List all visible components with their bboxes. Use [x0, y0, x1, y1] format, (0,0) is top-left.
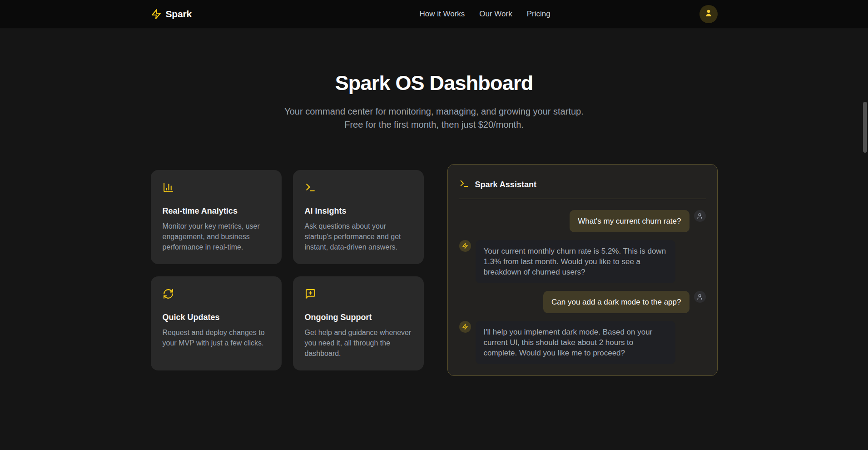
page-scrollbar[interactable]: [862, 0, 868, 450]
spark-assistant-panel: Spark Assistant What's my current churn …: [447, 164, 718, 376]
user-avatar: [694, 210, 706, 222]
feature-card-quick-updates: Quick Updates Request and deploy changes…: [151, 276, 282, 370]
assistant-message-bubble: I'll help you implement dark mode. Based…: [476, 321, 675, 364]
page-title: Spark OS Dashboard: [0, 71, 868, 95]
message-square-plus-icon: [305, 293, 316, 301]
user-avatar-button[interactable]: [699, 5, 718, 23]
page-subtitle: Your command center for monitoring, mana…: [275, 105, 593, 131]
terminal-icon: [305, 187, 316, 195]
feature-title: Real-time Analytics: [163, 206, 270, 216]
scrollbar-thumb[interactable]: [863, 102, 867, 153]
main-content: Real-time Analytics Monitor your key met…: [151, 164, 718, 376]
user-message-bubble: What's my current churn rate?: [570, 210, 689, 232]
brand-logo[interactable]: Spark: [151, 9, 192, 20]
assistant-message-bubble: Your current monthly churn rate is 5.2%.…: [476, 240, 675, 283]
user-message-bubble: Can you add a dark mode to the app?: [543, 291, 689, 313]
feature-title: Quick Updates: [163, 313, 270, 322]
feature-card-realtime-analytics: Real-time Analytics Monitor your key met…: [151, 170, 282, 264]
nav-link-pricing[interactable]: Pricing: [527, 10, 551, 19]
chat-title: Spark Assistant: [475, 180, 536, 190]
chat-message-assistant: Your current monthly churn rate is 5.2%.…: [459, 240, 706, 283]
chat-header: Spark Assistant: [459, 176, 706, 191]
feature-description: Monitor your key metrics, user engagemen…: [163, 221, 270, 252]
chat-header-divider: [459, 199, 706, 199]
refresh-icon: [163, 293, 174, 301]
landing-page: Spark How it Works Our Work Pricing Spar…: [0, 0, 868, 450]
chat-message-user: What's my current churn rate?: [459, 210, 706, 232]
zap-icon: [459, 240, 471, 252]
feature-title: Ongoing Support: [305, 313, 412, 322]
user-avatar: [694, 291, 706, 303]
chat-messages: What's my current churn rate? Your curre…: [459, 210, 706, 364]
brand-name: Spark: [166, 9, 192, 20]
nav-links: How it Works Our Work Pricing: [420, 10, 551, 19]
nav-link-how-it-works[interactable]: How it Works: [420, 10, 465, 19]
nav-container: Spark How it Works Our Work Pricing: [151, 0, 718, 28]
hero-section: Spark OS Dashboard Your command center f…: [0, 71, 868, 131]
nav-link-our-work[interactable]: Our Work: [479, 10, 512, 19]
chat-message-assistant: I'll help you implement dark mode. Based…: [459, 321, 706, 364]
feature-description: Request and deploy changes to your MVP w…: [163, 327, 270, 348]
feature-description: Get help and guidance whenever you need …: [305, 327, 412, 359]
feature-description: Ask questions about your startup's perfo…: [305, 221, 412, 252]
chart-column-icon: [163, 187, 174, 195]
chat-message-user: Can you add a dark mode to the app?: [459, 291, 706, 313]
feature-grid: Real-time Analytics Monitor your key met…: [151, 170, 424, 370]
feature-card-ai-insights: AI Insights Ask questions about your sta…: [293, 170, 424, 264]
feature-card-ongoing-support: Ongoing Support Get help and guidance wh…: [293, 276, 424, 370]
top-nav: Spark How it Works Our Work Pricing: [0, 0, 868, 28]
terminal-icon: [459, 179, 469, 190]
user-icon: [704, 9, 713, 19]
zap-icon: [151, 9, 162, 20]
feature-title: AI Insights: [305, 206, 412, 216]
zap-icon: [459, 321, 471, 333]
